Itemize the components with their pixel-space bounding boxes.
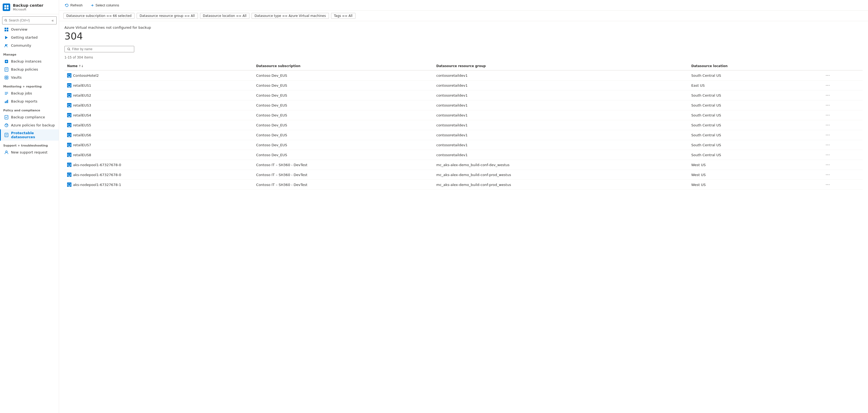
nav-label-community: Community xyxy=(11,43,31,47)
filter-chip-0[interactable]: Datasource subscription == 66 selected xyxy=(63,13,134,19)
vm-icon-6 xyxy=(67,133,71,137)
cell-name-5: retailEUS5 xyxy=(64,120,253,130)
sidebar-item-protectable-datasources[interactable]: Protectable datasources xyxy=(0,129,59,140)
select-columns-button[interactable]: Select columns xyxy=(89,2,121,8)
row-more-button-4[interactable]: ··· xyxy=(824,112,832,118)
nav-icon-backup-jobs xyxy=(4,91,9,96)
svg-point-34 xyxy=(6,151,7,152)
table-row: retailEUS1 Contoso Dev_EUScontosoretaild… xyxy=(64,81,863,90)
table-row: retailEUS3 Contoso Dev_EUScontosoretaild… xyxy=(64,100,863,110)
table-row: aks-nodepool1-67327678-0 Contoso IT – SH… xyxy=(64,160,863,170)
svg-point-36 xyxy=(68,48,69,50)
row-more-button-2[interactable]: ··· xyxy=(824,92,832,98)
sidebar-item-community[interactable]: Community xyxy=(0,41,59,50)
row-more-button-11[interactable]: ··· xyxy=(824,182,832,188)
sidebar-item-backup-instances[interactable]: Backup instances xyxy=(0,57,59,65)
row-more-button-1[interactable]: ··· xyxy=(824,83,832,88)
content-area: Azure Virtual machines not configured fo… xyxy=(59,21,868,413)
nav-label-overview: Overview xyxy=(11,27,27,31)
cell-location-6: South Central US xyxy=(689,130,821,140)
sidebar-item-vaults[interactable]: Vaults xyxy=(0,73,59,82)
cell-name-7: retailEUS7 xyxy=(64,140,253,150)
svg-point-4 xyxy=(5,19,6,21)
svg-line-5 xyxy=(6,21,7,21)
cell-subscription-9: Contoso IT – SH360 - DevTest xyxy=(253,160,434,170)
filter-chip-4[interactable]: Tags == All xyxy=(331,13,355,19)
row-more-button-3[interactable]: ··· xyxy=(824,102,832,108)
svg-rect-9 xyxy=(7,30,8,31)
cell-resource-group-10: mc_aks-alex-demo_build-conf-prod_westus xyxy=(434,170,689,180)
nav-label-backup-reports: Backup reports xyxy=(11,99,37,103)
sidebar-item-backup-jobs[interactable]: Backup jobs xyxy=(0,89,59,97)
nav-icon-backup-instances xyxy=(4,59,9,64)
search-input[interactable] xyxy=(9,19,49,22)
svg-rect-26 xyxy=(7,100,8,103)
sidebar-item-backup-compliance[interactable]: Backup compliance xyxy=(0,113,59,121)
sidebar-item-backup-policies[interactable]: Backup policies xyxy=(0,65,59,73)
cell-location-2: South Central US xyxy=(689,90,821,100)
cell-name-8: retailEUS8 xyxy=(64,150,253,160)
cell-more-2: ··· xyxy=(821,90,863,100)
collapse-button[interactable]: « xyxy=(51,18,54,23)
cell-resource-group-6: contosoretaildev1 xyxy=(434,130,689,140)
table-row: retailEUS6 Contoso Dev_EUScontosoretaild… xyxy=(64,130,863,140)
filter-input-container[interactable] xyxy=(64,46,134,52)
cell-location-1: East US xyxy=(689,81,821,90)
vm-icon-2 xyxy=(67,93,71,97)
row-name-9: aks-nodepool1-67327678-0 xyxy=(73,163,121,167)
row-more-button-6[interactable]: ··· xyxy=(824,132,832,138)
cell-subscription-0: Contoso Dev_EUS xyxy=(253,70,434,81)
cell-subscription-4: Contoso Dev_EUS xyxy=(253,110,434,120)
cell-location-4: South Central US xyxy=(689,110,821,120)
cell-more-5: ··· xyxy=(821,120,863,130)
cell-location-9: West US xyxy=(689,160,821,170)
sidebar-item-backup-reports[interactable]: Backup reports xyxy=(0,97,59,105)
app-title: Backup center xyxy=(13,3,43,8)
svg-point-20 xyxy=(6,77,7,78)
row-more-button-5[interactable]: ··· xyxy=(824,122,832,128)
search-box[interactable]: « xyxy=(2,17,57,24)
sidebar-nav: Overview Getting started Community Manag… xyxy=(0,26,59,156)
nav-label-backup-instances: Backup instances xyxy=(11,59,42,63)
section-title: Azure Virtual machines not configured fo… xyxy=(64,26,863,30)
nav-label-vaults: Vaults xyxy=(11,75,22,80)
cell-resource-group-9: mc_aks-alex-demo_build-conf-dev_westus xyxy=(434,160,689,170)
col-header-actions xyxy=(821,62,863,70)
vm-icon-4 xyxy=(67,113,71,117)
cell-resource-group-0: contosoretaildev1 xyxy=(434,70,689,81)
sidebar-item-azure-policies[interactable]: Azure policies for backup xyxy=(0,121,59,129)
cell-location-3: South Central US xyxy=(689,100,821,110)
cell-name-1: retailEUS1 xyxy=(64,81,253,90)
cell-resource-group-2: contosoretaildev1 xyxy=(434,90,689,100)
sidebar-item-overview[interactable]: Overview xyxy=(0,26,59,34)
vm-icon-11 xyxy=(67,183,71,187)
row-more-button-8[interactable]: ··· xyxy=(824,152,832,158)
cell-resource-group-8: contosoretaildev1 xyxy=(434,150,689,160)
col-header-3: Datasource location xyxy=(689,62,821,70)
row-more-button-0[interactable]: ··· xyxy=(824,72,832,78)
row-more-button-9[interactable]: ··· xyxy=(824,162,832,168)
cell-more-1: ··· xyxy=(821,81,863,90)
row-name-3: retailEUS3 xyxy=(73,103,91,107)
col-header-0[interactable]: Name↑↓ xyxy=(64,62,253,70)
filter-chip-1[interactable]: Datasource resource group == All xyxy=(137,13,198,19)
nav-label-backup-jobs: Backup jobs xyxy=(11,91,32,95)
table-row: ContosoHotel2 Contoso Dev_EUScontosoreta… xyxy=(64,70,863,81)
filter-chip-3[interactable]: Datasource type == Azure Virtual machine… xyxy=(252,13,329,19)
sidebar-item-new-support-request[interactable]: New support request xyxy=(0,149,59,156)
filter-by-name-input[interactable] xyxy=(72,47,131,51)
filter-chip-2[interactable]: Datasource location == All xyxy=(200,13,250,19)
app-icon xyxy=(3,3,10,11)
table-row: aks-nodepool1-67327678-0 Contoso IT – SH… xyxy=(64,170,863,180)
sidebar-item-getting-started[interactable]: Getting started xyxy=(0,34,59,41)
refresh-label: Refresh xyxy=(70,3,83,7)
row-more-button-7[interactable]: ··· xyxy=(824,142,832,148)
nav-label-protectable-datasources: Protectable datasources xyxy=(11,131,56,139)
row-more-button-10[interactable]: ··· xyxy=(824,172,832,178)
table-row: retailEUS7 Contoso Dev_EUScontosoretaild… xyxy=(64,140,863,150)
cell-more-0: ··· xyxy=(821,70,863,81)
select-columns-label: Select columns xyxy=(96,3,119,7)
cell-resource-group-7: contosoretaildev1 xyxy=(434,140,689,150)
svg-rect-1 xyxy=(7,5,8,7)
refresh-button[interactable]: Refresh xyxy=(63,2,84,8)
